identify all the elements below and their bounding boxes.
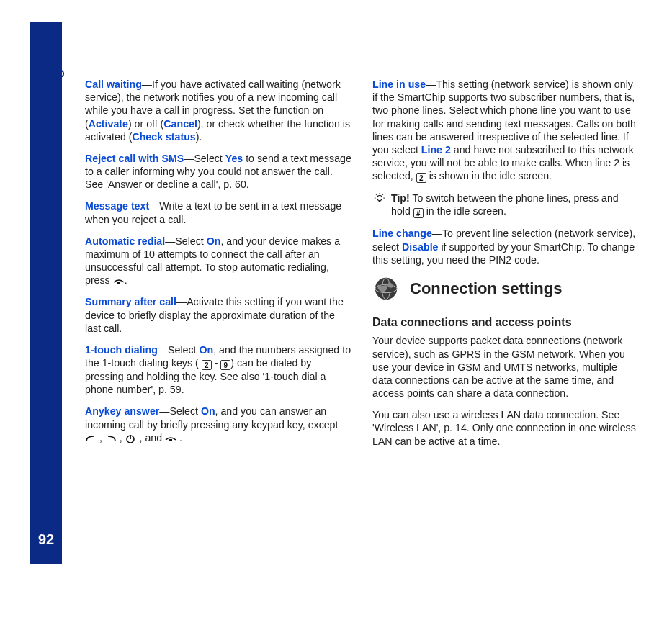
end-call-key-icon xyxy=(165,434,176,443)
tip-label: Tip! xyxy=(391,192,410,204)
summary-after-call-para: Summary after call—Activate this setting… xyxy=(85,295,352,335)
message-text-para: Message text—Write a text to be sent in … xyxy=(85,199,352,225)
key-2-icon: 2 xyxy=(202,360,212,370)
tip-text: Tip! To switch between the phone lines, … xyxy=(391,192,640,218)
text: —Select xyxy=(159,405,201,417)
text: in the idle screen. xyxy=(424,205,506,217)
term-auto-redial: Automatic redial xyxy=(85,235,165,247)
tip-row: Tip! To switch between the phone lines, … xyxy=(372,192,640,218)
opt-activate: Activate xyxy=(89,118,128,130)
key-9-icon: 9 xyxy=(220,360,230,370)
manual-page: Settings 92 Call waiting—If you have act… xyxy=(0,0,672,617)
term-one-touch: 1-touch dialing xyxy=(85,344,158,356)
term-summary-after-call: Summary after call xyxy=(85,296,176,307)
svg-rect-5 xyxy=(379,201,381,202)
column-left: Call waiting—If you have activated call … xyxy=(85,78,352,456)
data-connections-p2: You can also use a wireless LAN data con… xyxy=(372,408,640,448)
one-touch-para: 1-touch dialing—Select On, and the numbe… xyxy=(85,343,352,397)
text: is shown in the idle screen. xyxy=(426,170,552,181)
opt-check-status: Check status xyxy=(132,131,195,143)
text: , xyxy=(117,432,125,443)
text: —Select xyxy=(184,153,225,164)
opt-on: On xyxy=(199,344,213,356)
text: . xyxy=(176,432,182,443)
line-change-para: Line change—To prevent line selection (n… xyxy=(372,227,640,266)
text: - xyxy=(212,357,221,369)
hash-key-icon: # xyxy=(413,208,424,218)
svg-line-10 xyxy=(376,194,377,195)
text: . xyxy=(125,274,127,286)
term-line-in-use: Line in use xyxy=(372,78,426,90)
term-reject-sms: Reject call with SMS xyxy=(85,153,184,164)
text: , xyxy=(97,432,105,443)
text: , and xyxy=(137,432,165,443)
svg-rect-3 xyxy=(169,439,172,441)
term-message-text: Message text xyxy=(85,200,149,212)
data-connections-p1: Your device supports packet data connect… xyxy=(372,334,640,400)
svg-point-4 xyxy=(377,196,382,201)
line-in-use-para: Line in use—This setting (network servic… xyxy=(372,78,640,183)
term-anykey: Anykey answer xyxy=(85,405,159,417)
opt-line-2: Line 2 xyxy=(421,144,451,156)
term-line-change: Line change xyxy=(372,228,432,239)
anykey-para: Anykey answer—Select On, and you can ans… xyxy=(85,405,352,444)
column-right: Line in use—This setting (network servic… xyxy=(372,78,640,456)
content-columns: Call waiting—If you have activated call … xyxy=(85,78,640,456)
line-2-indicator-icon: 2 xyxy=(416,173,426,183)
opt-on: On xyxy=(207,235,221,247)
section-side-label: Settings xyxy=(45,91,65,122)
subhead-data-connections: Data connections and access points xyxy=(372,315,640,330)
end-call-key-icon xyxy=(113,276,125,285)
page-number: 92 xyxy=(30,531,62,548)
connection-section-header: Connection settings xyxy=(372,275,640,302)
tip-bulb-icon xyxy=(374,193,385,218)
svg-rect-0 xyxy=(117,282,120,284)
call-waiting-para: Call waiting—If you have activated call … xyxy=(85,78,352,143)
text: ). xyxy=(196,131,202,143)
power-key-icon xyxy=(125,434,137,443)
auto-redial-para: Automatic redial—Select On, and your dev… xyxy=(85,235,352,287)
opt-on: On xyxy=(201,405,215,417)
svg-line-11 xyxy=(382,194,383,195)
text: —Select xyxy=(165,235,207,247)
right-softkey-icon xyxy=(105,434,117,443)
reject-sms-para: Reject call with SMS—Select Yes to send … xyxy=(85,152,352,192)
opt-yes: Yes xyxy=(225,153,243,164)
opt-disable: Disable xyxy=(402,241,438,253)
text: —Select xyxy=(158,344,200,356)
text: ) or off ( xyxy=(128,118,163,130)
section-title-connection: Connection settings xyxy=(410,279,562,299)
globe-icon xyxy=(372,275,400,302)
term-call-waiting: Call waiting xyxy=(85,78,142,90)
opt-cancel: Cancel xyxy=(163,118,197,130)
left-softkey-icon xyxy=(85,434,97,443)
